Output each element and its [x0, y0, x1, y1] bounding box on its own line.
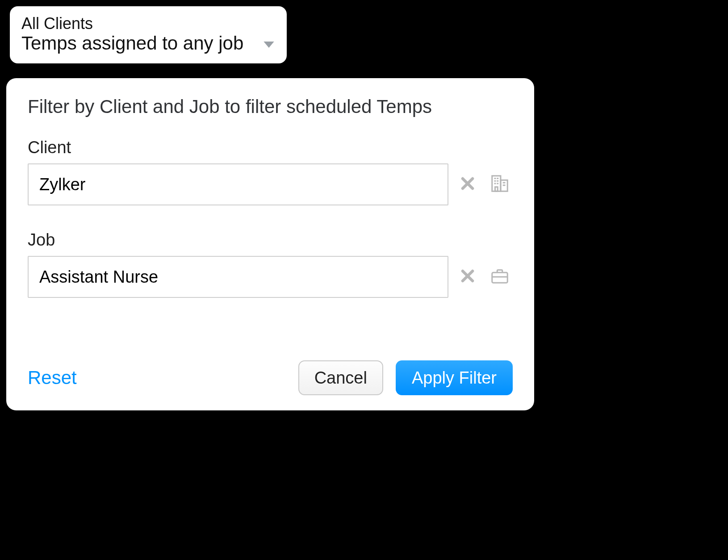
client-row [28, 163, 513, 205]
filter-summary-dropdown[interactable]: All Clients Temps assigned to any job [10, 6, 287, 63]
reset-link[interactable]: Reset [28, 367, 77, 389]
stage: All Clients Temps assigned to any job Fi… [0, 0, 541, 417]
filter-summary-text: All Clients Temps assigned to any job [21, 14, 256, 54]
client-clear-button[interactable] [456, 172, 479, 196]
job-row [28, 256, 513, 298]
job-input[interactable] [28, 256, 448, 298]
building-icon [490, 173, 510, 196]
svg-rect-16 [492, 272, 508, 283]
svg-rect-3 [492, 176, 501, 192]
cancel-button[interactable]: Cancel [298, 360, 383, 395]
job-lookup-button[interactable] [487, 263, 513, 291]
panel-footer: Reset Cancel Apply Filter [28, 360, 513, 395]
job-label: Job [28, 230, 513, 250]
filter-panel: Filter by Client and Job to filter sched… [6, 78, 534, 410]
panel-title: Filter by Client and Job to filter sched… [28, 96, 513, 117]
apply-filter-button[interactable]: Apply Filter [396, 360, 513, 395]
filter-summary-line2: Temps assigned to any job [21, 33, 256, 54]
caret-down-icon [263, 40, 275, 51]
close-icon [459, 267, 476, 286]
briefcase-icon [490, 266, 510, 288]
job-clear-button[interactable] [456, 265, 479, 289]
client-lookup-button[interactable] [487, 171, 513, 198]
svg-rect-13 [495, 187, 498, 192]
filter-summary-line1: All Clients [21, 14, 256, 33]
svg-marker-0 [264, 42, 274, 48]
client-input[interactable] [28, 163, 448, 205]
close-icon [459, 175, 476, 194]
client-label: Client [28, 138, 513, 157]
